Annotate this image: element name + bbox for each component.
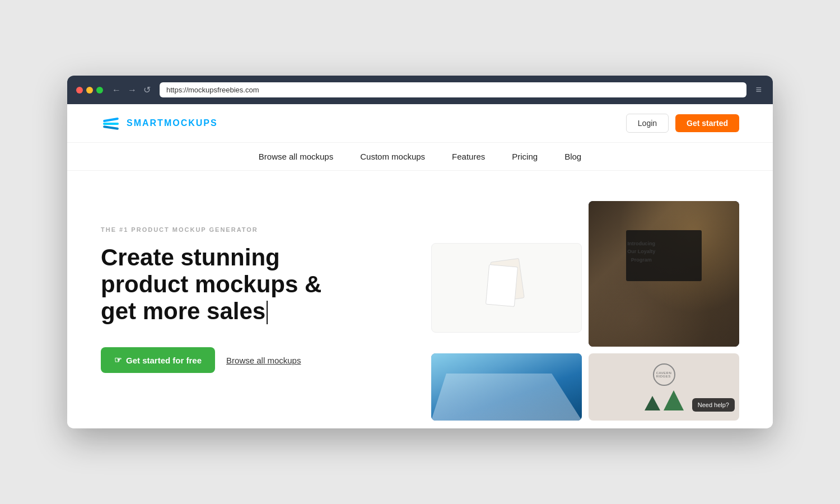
login-button[interactable]: Login <box>626 114 669 133</box>
product-cards-illustration <box>484 260 529 316</box>
svg-rect-1 <box>103 123 119 125</box>
forward-button[interactable]: → <box>125 85 139 96</box>
header-get-started-button[interactable]: Get started <box>675 114 739 132</box>
header-actions: Login Get started <box>626 114 739 133</box>
browser-chrome: ← → ↺ https://mockupsfreebies.com ≡ <box>67 76 773 104</box>
hero-cta-secondary[interactable]: Browse all mockups <box>226 356 301 365</box>
close-button[interactable] <box>76 87 83 94</box>
brand-circle-logo: CAVERNRIDGES <box>653 363 675 386</box>
brand-shapes <box>645 390 684 410</box>
logo-icon <box>101 113 121 133</box>
site-nav: Browse all mockups Custom mockups Featur… <box>67 143 773 171</box>
hero-title: Create stunning product mockups & get mo… <box>101 244 409 325</box>
nav-browse-mockups[interactable]: Browse all mockups <box>259 152 333 161</box>
hero-buttons: ☞ Get started for free Browse all mockup… <box>101 347 409 373</box>
nav-blog[interactable]: Blog <box>564 152 581 161</box>
refresh-button[interactable]: ↺ <box>141 85 153 96</box>
hero-content: THE #1 PRODUCT MOCKUP GENERATOR Create s… <box>101 226 409 396</box>
hero-image-cards <box>431 243 582 333</box>
nav-custom-mockups[interactable]: Custom mockups <box>360 152 425 161</box>
hero-image-brand: CAVERNRIDGES Need help? <box>589 353 739 421</box>
back-button[interactable]: ← <box>110 85 123 96</box>
browser-menu-button[interactable]: ≡ <box>753 83 764 97</box>
car-background <box>431 353 582 421</box>
address-bar[interactable]: https://mockupsfreebies.com <box>160 82 746 97</box>
browser-nav-buttons: ← → ↺ <box>110 85 153 96</box>
logo-link[interactable]: SMARTMOCKUPS <box>101 113 218 133</box>
need-help-badge: Need help? <box>692 398 735 412</box>
hero-image-car <box>431 353 582 421</box>
cursor-icon: ☞ <box>114 355 122 365</box>
meeting-background <box>589 201 739 347</box>
minimize-button[interactable] <box>86 87 93 94</box>
nav-features[interactable]: Features <box>452 152 485 161</box>
traffic-lights <box>76 87 103 94</box>
hero-image-meeting <box>589 201 739 347</box>
triangle-icon <box>645 396 660 410</box>
svg-rect-2 <box>103 125 119 130</box>
website-content: SMARTMOCKUPS Login Get started Browse al… <box>67 104 773 428</box>
hero-section: THE #1 PRODUCT MOCKUP GENERATOR Create s… <box>67 171 773 428</box>
maximize-button[interactable] <box>96 87 103 94</box>
svg-rect-0 <box>103 118 119 123</box>
hero-images: CAVERNRIDGES Need help? <box>431 201 739 421</box>
hero-cta-primary[interactable]: ☞ Get started for free <box>101 347 215 373</box>
triangle-large-icon <box>664 390 684 410</box>
hero-eyebrow: THE #1 PRODUCT MOCKUP GENERATOR <box>101 226 409 233</box>
browser-window: ← → ↺ https://mockupsfreebies.com ≡ SMAR… <box>67 76 773 428</box>
logo-text: SMARTMOCKUPS <box>127 118 218 128</box>
site-header: SMARTMOCKUPS Login Get started <box>67 104 773 143</box>
nav-pricing[interactable]: Pricing <box>512 152 538 161</box>
